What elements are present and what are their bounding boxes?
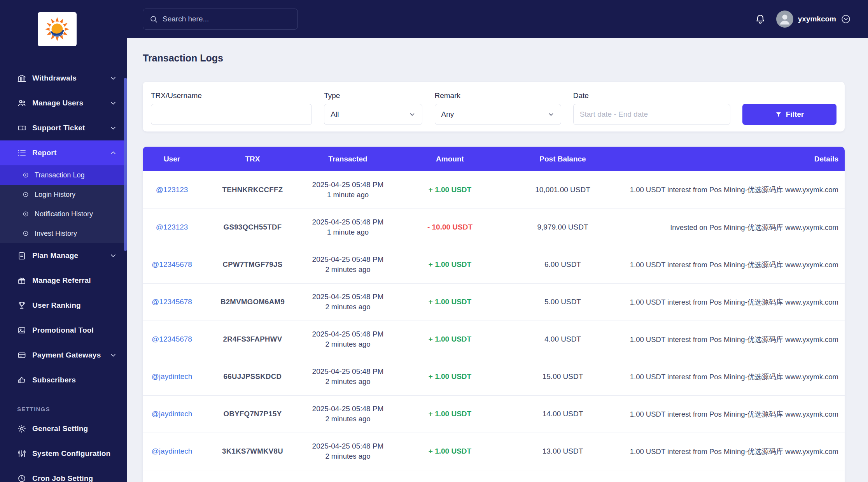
amount-value: + 1.00 USDT [429, 335, 471, 343]
topbar-right: yxymkcom [754, 11, 851, 28]
sidebar-item-label: User Ranking [32, 301, 81, 310]
trx-username-input[interactable] [151, 104, 312, 125]
sidebar-item-payment-gateways[interactable]: Payment Gateways [0, 343, 127, 368]
sidebar-subitem-transaction-log[interactable]: Transaction Log [0, 165, 127, 185]
remark-select[interactable]: Any [435, 104, 561, 125]
transacted-date: 2025-04-25 05:48 PM [304, 254, 392, 265]
clipboard-icon [17, 251, 26, 260]
transactions-table-card: User TRX Transacted Amount Post Balance … [143, 147, 845, 482]
transactions-table: User TRX Transacted Amount Post Balance … [143, 147, 845, 470]
sidebar-item-label: Manage Users [32, 99, 83, 107]
search-box[interactable] [143, 9, 298, 30]
details-text: 1.00 USDT interest from Pos Mining-优选源码库… [617, 283, 845, 321]
sidebar-subitem-login-history[interactable]: Login History [0, 185, 127, 204]
sidebar-subitem-notification-history[interactable]: Notification History [0, 204, 127, 224]
filter-card: TRX/Username Type All Remark Any [143, 82, 845, 131]
sidebar-item-manage-users[interactable]: Manage Users [0, 91, 127, 116]
sidebar-item-label: Subscribers [32, 376, 76, 384]
post-balance: 6.00 USDT [508, 246, 617, 283]
remark-select-value: Any [441, 110, 454, 119]
transacted-date: 2025-04-25 05:48 PM [304, 329, 392, 340]
sidebar-item-general-setting[interactable]: General Setting [0, 416, 127, 441]
date-label: Date [573, 91, 730, 100]
type-select[interactable]: All [324, 104, 422, 125]
filter-button[interactable]: Filter [742, 104, 836, 125]
user-link[interactable]: @12345678 [152, 260, 192, 268]
transacted-cell: 2025-04-25 05:48 PM 2 minutes ago [304, 246, 392, 283]
table-row: @jaydintech 66UJJPSSKDCD 2025-04-25 05:4… [143, 358, 845, 395]
table-row: @12345678 2R4FS3FAPHWV 2025-04-25 05:48 … [143, 321, 845, 358]
table-row: @123123 GS93QCH55TDF 2025-04-25 05:48 PM… [143, 209, 845, 246]
trx-code: 3K1KS7WMKV8U [201, 433, 304, 470]
sidebar-item-subscribers[interactable]: Subscribers [0, 368, 127, 393]
post-balance: 5.00 USDT [508, 283, 617, 321]
avatar [776, 11, 793, 28]
sidebar-item-plan-manage[interactable]: Plan Manage [0, 243, 127, 268]
user-link[interactable]: @12345678 [152, 298, 192, 306]
main-area: yxymkcom Transaction Logs TRX/Username T… [127, 0, 868, 482]
trx-code: CPW7TMGF79JS [201, 246, 304, 283]
user-link[interactable]: @12345678 [152, 335, 192, 343]
users-icon [17, 98, 26, 108]
trx-code: TEHNKRKCCFFZ [201, 171, 304, 209]
post-balance: 9,979.00 USDT [508, 209, 617, 246]
post-balance: 15.00 USDT [508, 358, 617, 395]
sidebar-subitem-label: Transaction Log [35, 171, 84, 179]
bank-icon [17, 74, 26, 83]
amount-value: + 1.00 USDT [429, 372, 471, 380]
topbar: yxymkcom [127, 0, 868, 38]
user-link[interactable]: @jaydintech [152, 447, 192, 455]
table-row: @123123 TEHNKRKCCFFZ 2025-04-25 05:48 PM… [143, 171, 845, 209]
sidebar-item-cron-job-setting[interactable]: Cron Job Setting [0, 466, 127, 482]
transacted-date: 2025-04-25 05:48 PM [304, 179, 392, 190]
search-icon [149, 15, 158, 23]
chevron-down-icon [109, 252, 117, 259]
post-balance: 13.00 USDT [508, 433, 617, 470]
chevron-down-icon [109, 124, 117, 132]
user-link[interactable]: @jaydintech [152, 372, 192, 380]
search-input[interactable] [163, 15, 291, 23]
amount-value: + 1.00 USDT [429, 410, 471, 418]
gear-icon [17, 424, 26, 433]
sliders-icon [17, 449, 26, 458]
transacted-ago: 1 minute ago [304, 227, 392, 238]
trx-code: OBYFQ7N7P15Y [201, 395, 304, 433]
sidebar-item-manage-referral[interactable]: Manage Referral [0, 268, 127, 293]
sidebar-item-withdrawals[interactable]: Withdrawals [0, 66, 127, 91]
report-submenu: Transaction Log Login History Notificati… [0, 165, 127, 243]
type-select-value: All [331, 110, 339, 119]
sidebar-item-user-ranking[interactable]: User Ranking [0, 293, 127, 318]
sidebar-item-promotional-tool[interactable]: Promotional Tool [0, 318, 127, 343]
header-amount: Amount [392, 147, 508, 171]
sidebar-item-support-ticket[interactable]: Support Ticket [0, 116, 127, 140]
user-menu[interactable]: yxymkcom [776, 11, 851, 28]
header-post-balance: Post Balance [508, 147, 617, 171]
transacted-date: 2025-04-25 05:48 PM [304, 291, 392, 302]
settings-section-label: SETTINGS [17, 406, 127, 412]
report-icon [17, 148, 26, 158]
bell-icon[interactable] [754, 13, 766, 25]
user-link[interactable]: @jaydintech [152, 410, 192, 418]
post-balance: 14.00 USDT [508, 395, 617, 433]
transacted-ago: 2 minutes ago [304, 302, 392, 312]
details-text: 1.00 USDT interest from Pos Mining-优选源码库… [617, 321, 845, 358]
app-logo[interactable] [38, 12, 77, 46]
details-text: 1.00 USDT interest from Pos Mining-优选源码库… [617, 433, 845, 470]
sidebar-item-label: Report [32, 149, 56, 157]
table-row: @12345678 CPW7TMGF79JS 2025-04-25 05:48 … [143, 246, 845, 283]
chevron-down-circle-icon [841, 14, 851, 24]
funnel-icon [775, 111, 782, 118]
date-range-input[interactable] [573, 104, 730, 125]
chevron-down-icon [409, 111, 416, 118]
sidebar-item-report[interactable]: Report [0, 140, 127, 165]
sidebar-scrollbar-thumb[interactable] [124, 78, 127, 251]
user-link[interactable]: @123123 [156, 223, 188, 231]
sidebar-item-label: Withdrawals [32, 74, 77, 82]
sidebar-item-label: Promotional Tool [32, 326, 94, 335]
sidebar-subitem-invest-history[interactable]: Invest History [0, 224, 127, 243]
sidebar-item-system-configuration[interactable]: System Configuration [0, 441, 127, 466]
user-link[interactable]: @123123 [156, 186, 188, 194]
sidebar-nav: Withdrawals Manage Users Support Ticket [0, 66, 127, 482]
type-label: Type [324, 91, 422, 100]
chevron-up-icon [109, 149, 117, 157]
